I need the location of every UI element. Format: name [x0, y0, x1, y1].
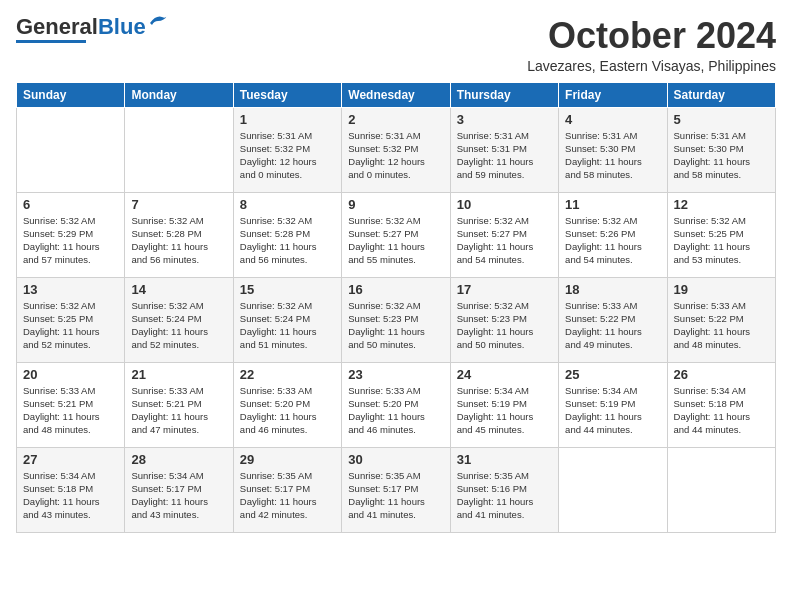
- week-row-5: 27Sunrise: 5:34 AM Sunset: 5:18 PM Dayli…: [17, 447, 776, 532]
- calendar-cell: 12Sunrise: 5:32 AM Sunset: 5:25 PM Dayli…: [667, 192, 775, 277]
- day-info: Sunrise: 5:35 AM Sunset: 5:16 PM Dayligh…: [457, 469, 552, 522]
- day-number: 14: [131, 282, 226, 297]
- day-number: 11: [565, 197, 660, 212]
- day-number: 2: [348, 112, 443, 127]
- weekday-header-row: SundayMondayTuesdayWednesdayThursdayFrid…: [17, 82, 776, 107]
- calendar-cell: 31Sunrise: 5:35 AM Sunset: 5:16 PM Dayli…: [450, 447, 558, 532]
- day-number: 28: [131, 452, 226, 467]
- day-number: 16: [348, 282, 443, 297]
- calendar-cell: [559, 447, 667, 532]
- calendar-cell: 9Sunrise: 5:32 AM Sunset: 5:27 PM Daylig…: [342, 192, 450, 277]
- weekday-header-wednesday: Wednesday: [342, 82, 450, 107]
- day-info: Sunrise: 5:33 AM Sunset: 5:20 PM Dayligh…: [348, 384, 443, 437]
- week-row-3: 13Sunrise: 5:32 AM Sunset: 5:25 PM Dayli…: [17, 277, 776, 362]
- day-info: Sunrise: 5:34 AM Sunset: 5:19 PM Dayligh…: [565, 384, 660, 437]
- day-info: Sunrise: 5:32 AM Sunset: 5:27 PM Dayligh…: [457, 214, 552, 267]
- day-number: 3: [457, 112, 552, 127]
- title-block: October 2024 Lavezares, Eastern Visayas,…: [527, 16, 776, 74]
- weekday-header-monday: Monday: [125, 82, 233, 107]
- day-number: 26: [674, 367, 769, 382]
- calendar-cell: 15Sunrise: 5:32 AM Sunset: 5:24 PM Dayli…: [233, 277, 341, 362]
- day-info: Sunrise: 5:31 AM Sunset: 5:32 PM Dayligh…: [348, 129, 443, 182]
- day-number: 18: [565, 282, 660, 297]
- day-info: Sunrise: 5:32 AM Sunset: 5:27 PM Dayligh…: [348, 214, 443, 267]
- calendar-cell: [17, 107, 125, 192]
- day-info: Sunrise: 5:31 AM Sunset: 5:30 PM Dayligh…: [565, 129, 660, 182]
- location-subtitle: Lavezares, Eastern Visayas, Philippines: [527, 58, 776, 74]
- day-info: Sunrise: 5:32 AM Sunset: 5:26 PM Dayligh…: [565, 214, 660, 267]
- calendar-cell: 3Sunrise: 5:31 AM Sunset: 5:31 PM Daylig…: [450, 107, 558, 192]
- day-info: Sunrise: 5:34 AM Sunset: 5:18 PM Dayligh…: [674, 384, 769, 437]
- calendar-cell: [125, 107, 233, 192]
- day-info: Sunrise: 5:32 AM Sunset: 5:28 PM Dayligh…: [131, 214, 226, 267]
- calendar-cell: 14Sunrise: 5:32 AM Sunset: 5:24 PM Dayli…: [125, 277, 233, 362]
- week-row-1: 1Sunrise: 5:31 AM Sunset: 5:32 PM Daylig…: [17, 107, 776, 192]
- day-number: 7: [131, 197, 226, 212]
- calendar-cell: 18Sunrise: 5:33 AM Sunset: 5:22 PM Dayli…: [559, 277, 667, 362]
- calendar-cell: 23Sunrise: 5:33 AM Sunset: 5:20 PM Dayli…: [342, 362, 450, 447]
- month-title: October 2024: [527, 16, 776, 56]
- day-info: Sunrise: 5:31 AM Sunset: 5:31 PM Dayligh…: [457, 129, 552, 182]
- calendar-cell: 21Sunrise: 5:33 AM Sunset: 5:21 PM Dayli…: [125, 362, 233, 447]
- day-number: 8: [240, 197, 335, 212]
- week-row-2: 6Sunrise: 5:32 AM Sunset: 5:29 PM Daylig…: [17, 192, 776, 277]
- page-header: GeneralBlue October 2024 Lavezares, East…: [16, 16, 776, 74]
- calendar-cell: 2Sunrise: 5:31 AM Sunset: 5:32 PM Daylig…: [342, 107, 450, 192]
- day-number: 6: [23, 197, 118, 212]
- calendar-cell: 26Sunrise: 5:34 AM Sunset: 5:18 PM Dayli…: [667, 362, 775, 447]
- day-number: 1: [240, 112, 335, 127]
- calendar-cell: 28Sunrise: 5:34 AM Sunset: 5:17 PM Dayli…: [125, 447, 233, 532]
- day-number: 20: [23, 367, 118, 382]
- calendar-cell: 27Sunrise: 5:34 AM Sunset: 5:18 PM Dayli…: [17, 447, 125, 532]
- logo-bird-icon: [148, 13, 170, 33]
- day-number: 31: [457, 452, 552, 467]
- day-info: Sunrise: 5:33 AM Sunset: 5:21 PM Dayligh…: [131, 384, 226, 437]
- weekday-header-friday: Friday: [559, 82, 667, 107]
- calendar-cell: 6Sunrise: 5:32 AM Sunset: 5:29 PM Daylig…: [17, 192, 125, 277]
- day-number: 15: [240, 282, 335, 297]
- calendar-cell: 29Sunrise: 5:35 AM Sunset: 5:17 PM Dayli…: [233, 447, 341, 532]
- calendar-cell: 10Sunrise: 5:32 AM Sunset: 5:27 PM Dayli…: [450, 192, 558, 277]
- calendar-cell: [667, 447, 775, 532]
- weekday-header-saturday: Saturday: [667, 82, 775, 107]
- day-info: Sunrise: 5:34 AM Sunset: 5:18 PM Dayligh…: [23, 469, 118, 522]
- day-number: 23: [348, 367, 443, 382]
- calendar-table: SundayMondayTuesdayWednesdayThursdayFrid…: [16, 82, 776, 533]
- logo-underline: [16, 40, 86, 43]
- calendar-cell: 4Sunrise: 5:31 AM Sunset: 5:30 PM Daylig…: [559, 107, 667, 192]
- calendar-cell: 16Sunrise: 5:32 AM Sunset: 5:23 PM Dayli…: [342, 277, 450, 362]
- logo-text: GeneralBlue: [16, 16, 146, 38]
- day-info: Sunrise: 5:35 AM Sunset: 5:17 PM Dayligh…: [348, 469, 443, 522]
- calendar-cell: 20Sunrise: 5:33 AM Sunset: 5:21 PM Dayli…: [17, 362, 125, 447]
- day-number: 27: [23, 452, 118, 467]
- day-number: 19: [674, 282, 769, 297]
- calendar-cell: 25Sunrise: 5:34 AM Sunset: 5:19 PM Dayli…: [559, 362, 667, 447]
- day-info: Sunrise: 5:32 AM Sunset: 5:29 PM Dayligh…: [23, 214, 118, 267]
- logo: GeneralBlue: [16, 16, 170, 43]
- day-info: Sunrise: 5:34 AM Sunset: 5:19 PM Dayligh…: [457, 384, 552, 437]
- calendar-cell: 8Sunrise: 5:32 AM Sunset: 5:28 PM Daylig…: [233, 192, 341, 277]
- day-number: 21: [131, 367, 226, 382]
- day-number: 9: [348, 197, 443, 212]
- day-number: 24: [457, 367, 552, 382]
- day-number: 5: [674, 112, 769, 127]
- day-number: 13: [23, 282, 118, 297]
- calendar-cell: 19Sunrise: 5:33 AM Sunset: 5:22 PM Dayli…: [667, 277, 775, 362]
- day-info: Sunrise: 5:32 AM Sunset: 5:24 PM Dayligh…: [131, 299, 226, 352]
- calendar-cell: 7Sunrise: 5:32 AM Sunset: 5:28 PM Daylig…: [125, 192, 233, 277]
- day-info: Sunrise: 5:32 AM Sunset: 5:25 PM Dayligh…: [674, 214, 769, 267]
- weekday-header-sunday: Sunday: [17, 82, 125, 107]
- day-info: Sunrise: 5:32 AM Sunset: 5:24 PM Dayligh…: [240, 299, 335, 352]
- day-info: Sunrise: 5:31 AM Sunset: 5:30 PM Dayligh…: [674, 129, 769, 182]
- day-info: Sunrise: 5:31 AM Sunset: 5:32 PM Dayligh…: [240, 129, 335, 182]
- calendar-cell: 22Sunrise: 5:33 AM Sunset: 5:20 PM Dayli…: [233, 362, 341, 447]
- day-info: Sunrise: 5:35 AM Sunset: 5:17 PM Dayligh…: [240, 469, 335, 522]
- day-info: Sunrise: 5:33 AM Sunset: 5:22 PM Dayligh…: [674, 299, 769, 352]
- calendar-cell: 5Sunrise: 5:31 AM Sunset: 5:30 PM Daylig…: [667, 107, 775, 192]
- day-number: 29: [240, 452, 335, 467]
- weekday-header-tuesday: Tuesday: [233, 82, 341, 107]
- day-info: Sunrise: 5:33 AM Sunset: 5:21 PM Dayligh…: [23, 384, 118, 437]
- day-info: Sunrise: 5:33 AM Sunset: 5:20 PM Dayligh…: [240, 384, 335, 437]
- week-row-4: 20Sunrise: 5:33 AM Sunset: 5:21 PM Dayli…: [17, 362, 776, 447]
- day-number: 12: [674, 197, 769, 212]
